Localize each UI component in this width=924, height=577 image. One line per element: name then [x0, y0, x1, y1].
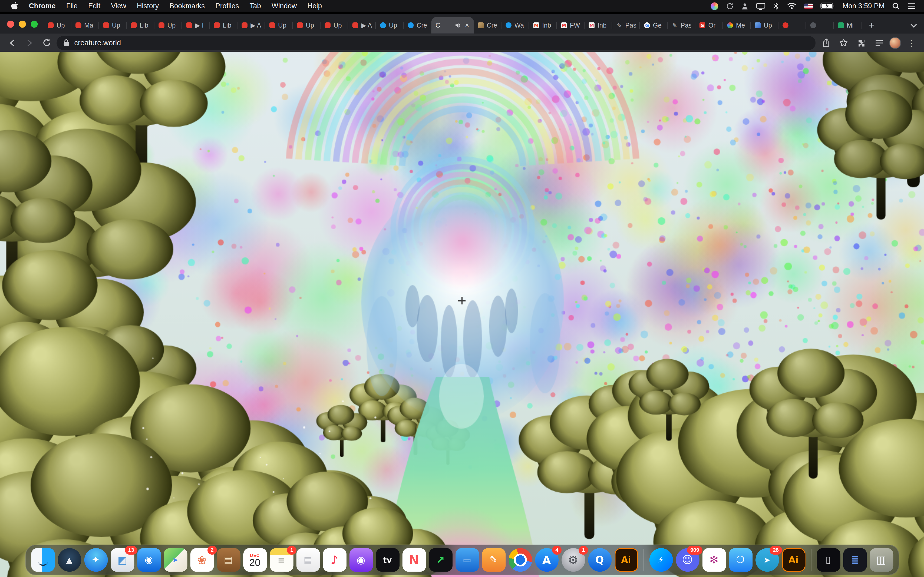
apple-menu[interactable] — [6, 2, 23, 10]
dock-trash[interactable]: ▥ — [870, 548, 893, 572]
tab[interactable]: ✎Pas — [668, 17, 695, 34]
dock-finder[interactable] — [31, 548, 54, 572]
dock-rocket-app[interactable]: ▲ — [58, 548, 81, 572]
dock-chat-app[interactable]: ❍ — [729, 548, 752, 572]
tab[interactable]: GGe — [640, 17, 667, 34]
dock-iphone-mirroring[interactable]: ▯ — [816, 548, 840, 572]
control-center-icon[interactable] — [908, 3, 916, 9]
reload-button[interactable] — [39, 35, 53, 50]
browser-menu-button[interactable]: ⋮ — [904, 35, 919, 50]
share-button[interactable] — [819, 35, 833, 50]
dock-messenger[interactable]: ⚡ — [649, 548, 673, 572]
dock-maps[interactable]: ➤ — [163, 548, 187, 572]
tab[interactable]: Up — [320, 17, 348, 34]
menu-item-chrome[interactable]: Chrome — [23, 0, 61, 12]
menu-item-history[interactable]: History — [131, 0, 164, 12]
tab[interactable]: ▶ I — [182, 17, 210, 34]
tab[interactable]: Up — [751, 17, 778, 34]
wifi-icon[interactable] — [787, 2, 796, 9]
tab[interactable]: Up — [99, 17, 127, 34]
menu-item-file[interactable]: File — [61, 0, 83, 12]
forward-button[interactable] — [23, 35, 37, 50]
menu-item-bookmarks[interactable]: Bookmarks — [164, 0, 210, 12]
dock-screenshot-app[interactable]: ◩13 — [111, 548, 134, 572]
tab[interactable]: MInb — [529, 17, 557, 34]
menu-item-edit[interactable]: Edit — [83, 0, 106, 12]
tab-search-button[interactable] — [906, 18, 921, 33]
dock-pages[interactable]: ✎ — [482, 548, 505, 572]
dock-apple-tv[interactable]: tv — [376, 548, 399, 572]
tab[interactable]: Me — [723, 17, 751, 34]
menu-item-profiles[interactable]: Profiles — [210, 0, 244, 12]
tab[interactable]: ▶ A — [348, 17, 376, 34]
tab[interactable]: Up — [376, 17, 404, 34]
tab[interactable]: Wa — [501, 17, 529, 34]
creature-world-scene[interactable] — [0, 52, 924, 577]
input-source-flag[interactable] — [804, 3, 813, 9]
tab[interactable]: ▶ A — [237, 17, 265, 34]
zoom-window-button[interactable] — [31, 20, 38, 27]
tab[interactable] — [778, 17, 806, 34]
dock-presentation-app[interactable]: ▭ — [455, 548, 479, 572]
profile-avatar[interactable] — [889, 37, 901, 49]
tab[interactable]: Ma — [71, 17, 99, 34]
dock-utility-app[interactable]: ≣ — [843, 548, 866, 572]
dock-chrome[interactable] — [508, 548, 531, 572]
menu-item-view[interactable]: View — [106, 0, 131, 12]
tab[interactable]: SOr — [695, 17, 723, 34]
tab[interactable] — [806, 17, 834, 34]
privacy-status-icon[interactable] — [741, 2, 748, 10]
tab[interactable]: Cre — [474, 17, 501, 34]
tab[interactable]: Mi — [834, 17, 861, 34]
tab[interactable]: Lib — [127, 17, 154, 34]
dock-discord[interactable]: ☺909 — [676, 548, 699, 572]
tab[interactable]: Up — [293, 17, 320, 34]
menu-item-window[interactable]: Window — [267, 0, 302, 12]
tab[interactable]: Up — [44, 17, 71, 34]
dock-podcasts[interactable]: ◉ — [349, 548, 373, 572]
minimize-window-button[interactable] — [19, 20, 26, 27]
dock-safari[interactable]: ✦ — [84, 548, 108, 572]
tab[interactable]: Up — [154, 17, 182, 34]
dock-slack[interactable]: ✻ — [702, 548, 725, 572]
menu-item-help[interactable]: Help — [302, 0, 328, 12]
tab[interactable]: ✎Pas — [612, 17, 640, 34]
tab[interactable]: Lib — [210, 17, 237, 34]
tab[interactable]: MInb — [585, 17, 612, 34]
dock-telegram[interactable]: ➤28 — [755, 548, 779, 572]
extensions-button[interactable] — [854, 35, 869, 50]
menu-item-tab[interactable]: Tab — [244, 0, 267, 12]
dock-quicktime[interactable]: Q — [588, 548, 611, 572]
dock-notes[interactable]: ≡1 — [270, 548, 293, 572]
dock-screen-recorder[interactable]: ◉ — [137, 548, 160, 572]
dock-news[interactable]: N — [402, 548, 426, 572]
dock-notebook-app[interactable]: ▤ — [216, 548, 240, 572]
dock-system-settings[interactable]: ⚙1 — [561, 548, 585, 572]
dock-illustrator[interactable]: Ai — [614, 548, 638, 572]
dock-photos[interactable]: ❀2 — [190, 548, 213, 572]
tab-close-button[interactable]: × — [464, 22, 470, 29]
tab[interactable]: Up — [265, 17, 293, 34]
spotlight-icon[interactable] — [892, 2, 900, 10]
dock-adobe-ai[interactable]: Ai — [782, 548, 805, 572]
close-window-button[interactable] — [7, 20, 14, 27]
bluetooth-icon[interactable] — [773, 2, 779, 10]
tab[interactable]: Cre — [404, 17, 431, 34]
dock-music[interactable]: ♪ — [323, 548, 346, 572]
sync-status-icon[interactable] — [726, 2, 733, 10]
tab[interactable]: MFW — [557, 17, 585, 34]
display-icon[interactable] — [756, 2, 766, 10]
tab-active[interactable]: C× — [431, 17, 474, 34]
dock-document-app[interactable]: ▤ — [296, 548, 320, 572]
back-button[interactable] — [5, 35, 19, 50]
tab-audio-icon[interactable] — [455, 23, 462, 28]
status-app-icon[interactable] — [711, 2, 718, 10]
dock-calendar[interactable]: DEC20 — [243, 548, 267, 572]
dock-stocks[interactable]: ↗ — [429, 548, 452, 572]
battery-icon[interactable] — [820, 2, 835, 9]
new-tab-button[interactable]: + — [864, 18, 879, 33]
bookmark-button[interactable] — [836, 35, 851, 50]
reading-list-button[interactable] — [872, 35, 886, 50]
dock-app-store[interactable]: A4 — [535, 548, 558, 572]
address-bar[interactable]: creature.world — [57, 35, 816, 50]
